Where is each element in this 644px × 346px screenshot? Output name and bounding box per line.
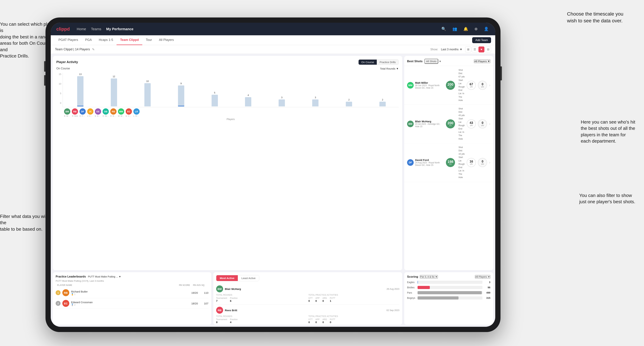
y-label-5: 5 bbox=[56, 92, 61, 95]
bar-1 bbox=[111, 78, 117, 106]
best-shots-header: Best Shots All Shots ▼ All Players ▼ bbox=[404, 56, 493, 66]
player-avatar-7[interactable]: MM bbox=[118, 108, 124, 115]
score-bar-fill-bogeys bbox=[418, 296, 458, 300]
lb-player-name-0: Richard Butler 🏅 1 bbox=[71, 290, 188, 296]
player-avatar-6[interactable]: RB bbox=[110, 108, 116, 115]
lb-avatar-0: RB bbox=[62, 289, 69, 296]
scoring-all-players[interactable]: All Players ▼ bbox=[475, 275, 490, 279]
bar-group-5: 4 bbox=[232, 94, 264, 106]
active-player-0[interactable]: BM Blair McHarg 26 Aug 2023 Total Rounds bbox=[216, 283, 399, 305]
chevron-right-0: › bbox=[489, 83, 490, 87]
best-shots-title: Best Shots bbox=[407, 60, 422, 63]
shot-card-0[interactable]: MM Matt Miller 09 Jun 2023 · Royal North… bbox=[404, 66, 493, 105]
score-bar-fill-birdies bbox=[418, 286, 430, 289]
sub-nav-team-clippd[interactable]: Team Clippd bbox=[116, 35, 142, 45]
all-players-filter[interactable]: All Players ▼ bbox=[474, 59, 490, 63]
player-avatar-5[interactable]: OB bbox=[102, 108, 109, 115]
chart-controls: On Course Total Rounds ▼ bbox=[56, 67, 399, 70]
sub-nav-pgat[interactable]: PGAT Players bbox=[55, 35, 82, 45]
shot-text-2: Shot Dist: 16 yds Start Lie: Rough End L… bbox=[458, 146, 464, 179]
active-player-header-1: RB Rees Britt 02 Sep 2023 bbox=[216, 307, 399, 314]
best-shots-section: Best Shots All Shots ▼ All Players ▼ bbox=[404, 56, 493, 270]
on-course-btn[interactable]: On Course bbox=[358, 60, 377, 65]
most-active-tab[interactable]: Most Active bbox=[216, 275, 238, 281]
view-toggle: ⊞ ☰ ♥ ⊟ bbox=[465, 46, 491, 52]
table-view-btn[interactable]: ⊟ bbox=[485, 46, 491, 52]
show-dropdown[interactable]: Last 3 months ▼ bbox=[441, 48, 462, 51]
shot-meta-2: 24 Aug 2023 · Royal North Devon GC, Hole… bbox=[415, 162, 442, 166]
score-row-birdies: Birdies 96 bbox=[407, 286, 490, 289]
sub-nav-pga[interactable]: PGA bbox=[82, 35, 95, 45]
practice-drills-btn[interactable]: Practice Drills bbox=[377, 60, 398, 65]
score-count-bogeys: 315 bbox=[484, 297, 490, 299]
heart-view-btn[interactable]: ♥ bbox=[478, 46, 484, 52]
lb-score-1: 18/20 bbox=[189, 302, 198, 305]
add-button[interactable]: ⊕ bbox=[473, 26, 478, 32]
bar-group-8: 2 bbox=[333, 98, 365, 106]
tablet-screen: clippd Home Teams My Performance 🔍 👥 🔔 ⊕… bbox=[51, 23, 495, 327]
active-player-1[interactable]: RB Rees Britt 02 Sep 2023 Total Rounds bbox=[216, 305, 399, 325]
player-avatar-3[interactable]: JC bbox=[87, 108, 94, 115]
shot-badge-1: 200 SG bbox=[446, 119, 455, 128]
rank-badge-2: 2 bbox=[56, 301, 60, 306]
bar-group-2: 10 bbox=[132, 80, 164, 106]
scoring-filter[interactable]: Par 3, 4 & 5s ▼ bbox=[420, 275, 438, 279]
lb-header: Practice Leaderboards PUTT Must Make Put… bbox=[56, 275, 208, 278]
shot-player-name-2: David Ford bbox=[415, 159, 442, 162]
shot-stat-1: 43 yds bbox=[467, 119, 476, 128]
bar-group-0: 13 bbox=[64, 73, 96, 106]
player-avatar-1[interactable]: RB bbox=[72, 108, 78, 115]
shot-avatar-0: MM bbox=[407, 82, 414, 89]
chart-subtitle: On Course bbox=[56, 67, 70, 70]
list-view-btn[interactable]: ☰ bbox=[472, 46, 478, 52]
chart-metric-dropdown[interactable]: Total Rounds ▼ bbox=[380, 67, 399, 70]
grid-view-btn[interactable]: ⊞ bbox=[465, 46, 471, 52]
shot-card-1[interactable]: BM Blair McHarg 23 Jul 2023 · Ashridge G… bbox=[404, 105, 493, 143]
scoring-section: Scoring Par 3, 4 & 5s ▼ All Players ▼ Ea… bbox=[404, 272, 493, 325]
lb-row-0[interactable]: 1 RB Richard Butler 🏅 1 19/20 110 bbox=[56, 288, 208, 298]
add-team-button[interactable]: Add Team bbox=[472, 37, 491, 43]
activity-title: Player Activity bbox=[56, 60, 78, 64]
player-avatar-4[interactable]: EE bbox=[95, 108, 101, 115]
nav-teams[interactable]: Teams bbox=[91, 27, 101, 31]
score-bar-bogeys bbox=[418, 296, 482, 300]
bar-7 bbox=[312, 99, 318, 106]
shots-dropdown-icon[interactable]: ▼ bbox=[439, 60, 441, 63]
player-avatar-9[interactable]: LR bbox=[133, 108, 140, 115]
col-player-name: PLAYER NAME bbox=[57, 284, 179, 286]
edit-team-icon[interactable]: ✎ bbox=[92, 47, 95, 51]
users-button[interactable]: 👥 bbox=[451, 26, 458, 32]
nav-logo: clippd bbox=[56, 26, 70, 32]
least-active-tab[interactable]: Least Active bbox=[238, 275, 259, 281]
nav-home[interactable]: Home bbox=[77, 27, 86, 31]
profile-button[interactable]: 👤 bbox=[483, 26, 490, 32]
lb-dropdown[interactable]: PUTT Must Make Putting ... ▼ bbox=[88, 275, 121, 278]
power-btn bbox=[500, 66, 502, 80]
player-avatar-0[interactable]: BM bbox=[64, 108, 70, 115]
bar-6 bbox=[278, 99, 285, 106]
activity-header: Player Activity On Course Practice Drill… bbox=[56, 59, 399, 65]
shot-stat-0: 67 yds bbox=[467, 81, 476, 90]
bell-button[interactable]: 🔔 bbox=[462, 26, 469, 32]
active-avatar-1: RB bbox=[216, 307, 223, 314]
scoring-header: Scoring Par 3, 4 & 5s ▼ All Players ▼ bbox=[407, 275, 490, 279]
lb-score-0: 19/20 bbox=[189, 291, 198, 294]
all-shots-tab[interactable]: All Shots bbox=[424, 59, 438, 64]
sub-nav-all-players[interactable]: All Players bbox=[156, 35, 177, 45]
lb-column-headers: PLAYER NAME PB SCORE PB AVG SQ bbox=[56, 284, 208, 286]
bar-group-4: 5 bbox=[198, 91, 231, 106]
active-avatar-0: BM bbox=[216, 285, 223, 292]
course-toggle: On Course Practice Drills bbox=[358, 59, 399, 65]
player-avatar-2[interactable]: DF bbox=[80, 108, 86, 115]
score-label-pars: Pars bbox=[407, 291, 416, 294]
lb-title: Practice Leaderboards bbox=[56, 275, 86, 278]
y-label-0: 0 bbox=[56, 102, 61, 104]
lb-row-1[interactable]: 2 EC Edward Crossman 🥈 2 18/20 107 bbox=[56, 298, 208, 309]
player-avatar-8[interactable]: EC bbox=[126, 108, 132, 115]
sub-nav-hcaps[interactable]: Hcaps 1-5 bbox=[95, 35, 116, 45]
sub-nav-tour[interactable]: Tour bbox=[142, 35, 156, 45]
search-button[interactable]: 🔍 bbox=[440, 26, 447, 32]
bar-3 bbox=[178, 85, 184, 106]
nav-my-performance[interactable]: My Performance bbox=[106, 27, 134, 31]
shot-card-2[interactable]: DF David Ford 24 Aug 2023 · Royal North … bbox=[404, 143, 493, 182]
